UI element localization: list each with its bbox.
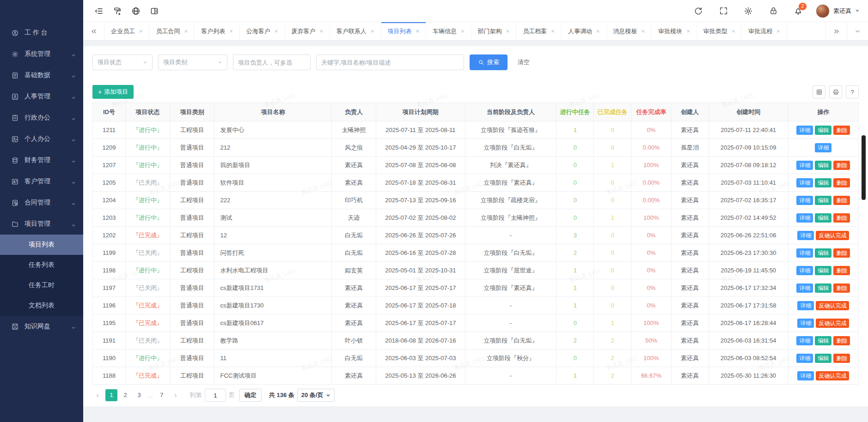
page-number[interactable]: 7 <box>156 389 168 401</box>
tab-item[interactable]: 客户联系人× <box>330 22 381 40</box>
edit-button[interactable]: 编辑 <box>815 336 831 345</box>
sidebar-item-base-data[interactable]: 基础数据 <box>0 65 83 86</box>
sidebar-item-project-list[interactable]: 项目列表 <box>0 235 83 255</box>
tab-close-icon[interactable]: × <box>596 28 600 35</box>
unconfirm-button[interactable]: 反确认完成 <box>816 319 849 328</box>
globe-icon[interactable] <box>127 4 145 18</box>
edit-button[interactable]: 编辑 <box>815 248 831 258</box>
detail-button[interactable]: 详细 <box>815 143 831 152</box>
sidebar-item-project[interactable]: 项目管理 <box>0 213 83 235</box>
tab-item[interactable]: 消息模板× <box>607 22 652 40</box>
tab-item[interactable]: 客户列表× <box>195 22 240 40</box>
delete-button[interactable]: 删除 <box>833 213 850 223</box>
detail-button[interactable]: 详细 <box>797 319 814 328</box>
tab-close-icon[interactable]: × <box>371 28 374 35</box>
goto-page-input[interactable] <box>205 389 226 402</box>
column-settings-button[interactable] <box>813 85 825 98</box>
sidebar-item-personal-office[interactable]: 个人办公 <box>0 128 83 150</box>
unconfirm-button[interactable]: 反确认完成 <box>816 371 849 380</box>
add-project-button[interactable]: + 添加项目 <box>92 85 134 99</box>
tab-item[interactable]: 企业员工× <box>104 22 150 40</box>
sidebar-item-knowledge[interactable]: 知识网盘 <box>0 316 83 337</box>
clear-filters-button[interactable]: 清空 <box>518 58 530 66</box>
delete-button[interactable]: 删除 <box>833 336 850 345</box>
tab-close-icon[interactable]: × <box>461 28 465 35</box>
delete-button[interactable]: 删除 <box>833 196 850 205</box>
sidebar-item-customer[interactable]: 客户管理 <box>0 171 83 192</box>
delete-button[interactable]: 删除 <box>833 178 850 187</box>
sidebar-item-finance[interactable]: 财务管理 <box>0 150 83 171</box>
fullscreen-button[interactable] <box>714 4 733 18</box>
refresh-button[interactable] <box>689 4 708 18</box>
tab-close-icon[interactable]: × <box>642 28 645 35</box>
tab-item[interactable]: 废弃客户× <box>285 22 330 40</box>
theme-brush-button[interactable] <box>108 4 127 18</box>
tab-close-icon[interactable]: × <box>776 28 780 35</box>
next-page-button[interactable]: › <box>171 391 181 399</box>
tab-item[interactable]: 审批模块× <box>652 22 697 40</box>
edit-button[interactable]: 编辑 <box>815 354 831 363</box>
detail-button[interactable]: 详细 <box>797 371 814 380</box>
tab-close-icon[interactable]: × <box>139 28 143 35</box>
detail-button[interactable]: 详细 <box>796 196 813 205</box>
page-number[interactable]: 2 <box>119 389 131 401</box>
edit-button[interactable]: 编辑 <box>815 213 831 223</box>
detail-button[interactable]: 详细 <box>796 248 813 258</box>
delete-button[interactable]: 删除 <box>833 266 850 275</box>
edit-button[interactable]: 编辑 <box>815 126 831 135</box>
detail-button[interactable]: 详细 <box>797 231 814 240</box>
sidebar-item-task-list[interactable]: 任务列表 <box>0 255 83 275</box>
edit-button[interactable]: 编辑 <box>815 266 831 275</box>
sidebar-item-admin-office[interactable]: 行政办公 <box>0 107 83 128</box>
tab-close-icon[interactable]: × <box>686 28 690 35</box>
edit-button[interactable]: 编辑 <box>815 196 831 205</box>
tab-item[interactable]: 员工合同× <box>150 22 195 40</box>
prev-page-button[interactable]: ‹ <box>92 391 103 399</box>
tab-active[interactable]: 项目列表× <box>381 22 427 40</box>
detail-button[interactable]: 详细 <box>796 213 813 223</box>
tab-close-icon[interactable]: × <box>319 28 323 35</box>
sidebar-item-hr[interactable]: 人事管理 <box>0 86 83 107</box>
sidebar-item-doc-list[interactable]: 文档列表 <box>0 295 83 316</box>
tab-close-icon[interactable]: × <box>506 28 510 35</box>
tab-close-icon[interactable]: × <box>275 28 278 35</box>
project-category-select[interactable]: 项目类别 <box>158 54 227 70</box>
tabs-scroll-right-button[interactable] <box>825 22 847 40</box>
tab-item[interactable]: 公海客户× <box>240 22 285 40</box>
sidebar-item-task-hours[interactable]: 任务工时 <box>0 275 83 295</box>
unconfirm-button[interactable]: 反确认完成 <box>816 231 849 240</box>
page-number[interactable]: 1 <box>105 389 117 401</box>
unconfirm-button[interactable]: 反确认完成 <box>816 301 849 310</box>
user-menu[interactable]: 素还真 <box>816 4 860 18</box>
goto-confirm-button[interactable]: 确定 <box>239 389 262 402</box>
sidebar-item-system[interactable]: 系统管理 <box>0 43 83 65</box>
page-number[interactable]: 3 <box>133 389 145 401</box>
delete-button[interactable]: 删除 <box>833 126 850 135</box>
detail-button[interactable]: 详细 <box>797 301 814 310</box>
lock-button[interactable] <box>764 4 782 18</box>
edit-button[interactable]: 编辑 <box>815 161 831 170</box>
detail-button[interactable]: 详细 <box>796 336 813 345</box>
sidebar-item-contract[interactable]: 合同管理 <box>0 192 83 213</box>
tab-close-icon[interactable]: × <box>184 28 188 35</box>
tab-item[interactable]: 员工档案× <box>516 22 562 40</box>
layout-columns-button[interactable] <box>145 4 164 18</box>
edit-button[interactable]: 编辑 <box>815 283 831 293</box>
notifications-bell-button[interactable]: 2 <box>789 4 807 18</box>
detail-button[interactable]: 详细 <box>796 161 813 170</box>
sidebar-item-workbench[interactable]: 工 作 台 <box>0 22 83 43</box>
tabs-dropdown-button[interactable] <box>847 22 868 40</box>
edit-button[interactable]: 编辑 <box>815 178 831 187</box>
owner-input[interactable] <box>233 54 311 70</box>
collapse-menu-button[interactable] <box>90 4 108 18</box>
page-size-select[interactable]: 20 条/页 <box>297 389 335 402</box>
vertical-scrollbar-thumb[interactable] <box>862 135 866 200</box>
search-button[interactable]: 搜索 <box>470 54 507 70</box>
tab-item[interactable]: 部门架构× <box>471 22 517 40</box>
tabs-scroll-left-button[interactable] <box>83 22 104 40</box>
print-button[interactable] <box>829 85 842 98</box>
detail-button[interactable]: 详细 <box>796 178 813 187</box>
project-status-select[interactable]: 项目状态 <box>92 54 153 70</box>
detail-button[interactable]: 详细 <box>796 354 813 363</box>
tab-item[interactable]: 审批类型× <box>697 22 742 40</box>
